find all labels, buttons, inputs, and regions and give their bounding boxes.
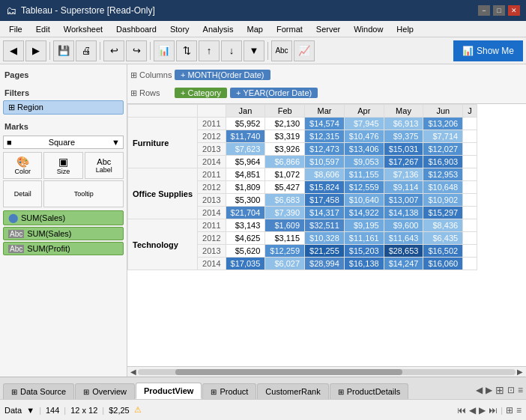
- close-btn[interactable]: ✕: [508, 5, 520, 16]
- new-sheet-icon[interactable]: ⊞: [495, 384, 504, 396]
- data-cell[interactable]: $15,031: [384, 143, 423, 156]
- data-cell[interactable]: $16,502: [423, 245, 463, 258]
- data-cell[interactable]: $17,458: [305, 194, 345, 207]
- data-cell[interactable]: $5,964: [226, 156, 265, 168]
- data-cell[interactable]: $7,390: [265, 207, 305, 219]
- chart2-btn[interactable]: 📈: [294, 40, 315, 61]
- data-cell[interactable]: $3,115: [265, 232, 305, 245]
- data-cell[interactable]: $1,072: [265, 168, 305, 181]
- data-cell[interactable]: $10,328: [305, 232, 345, 245]
- marks-color-btn[interactable]: 🎨 Color: [3, 152, 42, 179]
- data-cell[interactable]: $11,161: [344, 232, 384, 245]
- menu-edit[interactable]: Edit: [30, 23, 56, 35]
- scroll-left-arrow[interactable]: ◀: [130, 368, 136, 376]
- data-cell[interactable]: $14,317: [305, 207, 345, 219]
- tab-product-details[interactable]: ⊞ ProductDetails: [330, 383, 409, 399]
- horizontal-scrollbar[interactable]: ◀ ▶: [127, 366, 526, 377]
- marks-pill-sum-profit[interactable]: Abc SUM(Profit): [3, 242, 124, 255]
- data-cell[interactable]: $7,945: [344, 118, 384, 130]
- data-cell[interactable]: $6,913: [384, 118, 423, 130]
- data-cell[interactable]: $5,300: [226, 194, 265, 207]
- menu-analysis[interactable]: Analysis: [197, 23, 240, 35]
- menu-help[interactable]: Help: [390, 23, 420, 35]
- maximize-btn[interactable]: □: [493, 5, 505, 16]
- data-cell[interactable]: $5,952: [226, 118, 265, 130]
- year-order-date-pill[interactable]: + YEAR(Order Date): [230, 88, 318, 98]
- data-cell[interactable]: $12,259: [265, 245, 305, 258]
- tab-data-source[interactable]: ⊞ Data Source: [3, 383, 74, 399]
- marks-tooltip-btn[interactable]: Tooltip: [43, 180, 124, 207]
- data-cell[interactable]: $15,297: [423, 207, 463, 219]
- data-cell[interactable]: $10,640: [344, 194, 384, 207]
- scroll-right-arrow[interactable]: ▶: [517, 368, 523, 376]
- data-cell[interactable]: $32,511: [305, 219, 345, 232]
- data-cell[interactable]: $28,994: [305, 258, 345, 270]
- data-cell[interactable]: $11,740: [226, 130, 265, 143]
- data-cell[interactable]: $8,606: [305, 168, 345, 181]
- list-view-btn[interactable]: ≡: [516, 405, 522, 416]
- data-table-container[interactable]: Jan Feb Mar Apr May Jun J Furniture2011$…: [127, 104, 526, 366]
- scroll-thumb[interactable]: [175, 369, 402, 375]
- data-cell[interactable]: [463, 130, 477, 143]
- data-cell[interactable]: [463, 181, 477, 194]
- menu-file[interactable]: File: [3, 23, 28, 35]
- data-cell[interactable]: $16,138: [344, 258, 384, 270]
- data-cell[interactable]: $10,902: [423, 194, 463, 207]
- data-cell[interactable]: $4,851: [226, 168, 265, 181]
- data-cell[interactable]: [463, 245, 477, 258]
- data-cell[interactable]: $9,600: [384, 219, 423, 232]
- data-cell[interactable]: $12,473: [305, 143, 345, 156]
- menu-dashboard[interactable]: Dashboard: [110, 23, 163, 35]
- data-cell[interactable]: $10,597: [305, 156, 345, 168]
- status-dropdown-icon[interactable]: ▼: [26, 406, 34, 415]
- data-cell[interactable]: $5,620: [226, 245, 265, 258]
- data-cell[interactable]: [463, 232, 477, 245]
- data-cell[interactable]: $12,953: [423, 168, 463, 181]
- sort-asc-btn[interactable]: ↑: [199, 40, 220, 61]
- data-cell[interactable]: $14,574: [305, 118, 345, 130]
- tab-product[interactable]: ⊞ Product: [202, 383, 256, 399]
- data-cell[interactable]: $13,406: [344, 143, 384, 156]
- data-cell[interactable]: $12,027: [423, 143, 463, 156]
- data-cell[interactable]: $6,683: [265, 194, 305, 207]
- data-cell[interactable]: $3,143: [226, 219, 265, 232]
- menu-story[interactable]: Story: [164, 23, 196, 35]
- sort-desc-btn[interactable]: ↓: [221, 40, 242, 61]
- data-cell[interactable]: $28,653: [384, 245, 423, 258]
- data-cell[interactable]: $12,315: [305, 130, 345, 143]
- swap-btn[interactable]: ⇅: [176, 40, 197, 61]
- data-cell[interactable]: [463, 194, 477, 207]
- data-cell[interactable]: $17,035: [226, 258, 265, 270]
- data-cell[interactable]: $15,203: [344, 245, 384, 258]
- marks-label-btn[interactable]: Abc Label: [85, 152, 124, 179]
- data-cell[interactable]: $17,267: [384, 156, 423, 168]
- data-cell[interactable]: $9,053: [344, 156, 384, 168]
- data-cell[interactable]: $16,903: [423, 156, 463, 168]
- menu-map[interactable]: Map: [241, 23, 269, 35]
- data-cell[interactable]: [463, 168, 477, 181]
- data-cell[interactable]: $9,114: [384, 181, 423, 194]
- data-cell[interactable]: [463, 258, 477, 270]
- menu-format[interactable]: Format: [270, 23, 309, 35]
- data-cell[interactable]: $16,060: [423, 258, 463, 270]
- data-cell[interactable]: $13,007: [384, 194, 423, 207]
- data-cell[interactable]: $7,623: [226, 143, 265, 156]
- data-cell[interactable]: $10,648: [423, 181, 463, 194]
- back-btn[interactable]: ◀: [3, 40, 24, 61]
- save-btn[interactable]: 💾: [53, 40, 74, 61]
- data-cell[interactable]: $9,375: [384, 130, 423, 143]
- filter-region[interactable]: ⊞ Region: [3, 100, 124, 115]
- data-cell[interactable]: $6,435: [423, 232, 463, 245]
- scroll-tabs-left[interactable]: ◀: [476, 385, 483, 395]
- filter-btn[interactable]: ▼: [244, 40, 264, 61]
- data-cell[interactable]: $15,824: [305, 181, 345, 194]
- data-cell[interactable]: $11,155: [344, 168, 384, 181]
- nav-first[interactable]: ⏮: [457, 405, 466, 416]
- data-cell[interactable]: $14,247: [384, 258, 423, 270]
- data-cell[interactable]: $13,206: [423, 118, 463, 130]
- scroll-tabs-right[interactable]: ▶: [486, 385, 492, 395]
- scroll-track[interactable]: [138, 369, 516, 375]
- data-cell[interactable]: [463, 143, 477, 156]
- menu-server[interactable]: Server: [310, 23, 346, 35]
- text-btn[interactable]: Abc: [271, 40, 292, 61]
